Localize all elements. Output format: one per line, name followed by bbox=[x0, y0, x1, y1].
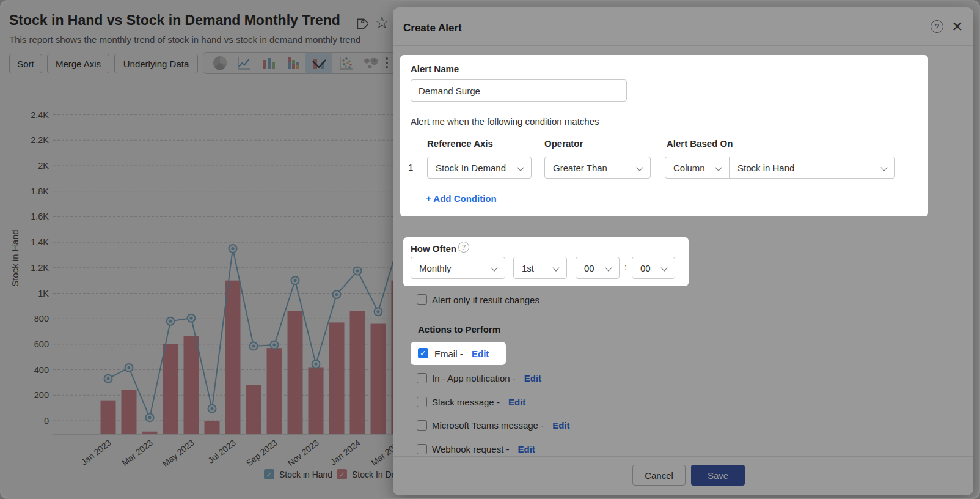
time-separator: : bbox=[624, 262, 627, 272]
chevron-down-icon bbox=[636, 164, 643, 171]
email-label: Email - bbox=[434, 349, 463, 359]
frequency-value: Monthly bbox=[419, 263, 452, 273]
minute-value: 00 bbox=[640, 263, 651, 273]
email-action-row: ✓ Email - Edit bbox=[411, 342, 506, 365]
reference-axis-value: Stock In Demand bbox=[436, 163, 506, 173]
how-often-label: How Often bbox=[411, 243, 456, 254]
frequency-dropdown[interactable]: Monthly bbox=[411, 257, 505, 279]
chevron-down-icon bbox=[715, 164, 722, 171]
how-often-section: How Often ? Monthly 1st 00 : 00 bbox=[403, 237, 689, 286]
minute-dropdown[interactable]: 00 bbox=[632, 257, 675, 279]
based-on-type-dropdown[interactable]: Column bbox=[665, 157, 730, 179]
alert-based-on-label: Alert Based On bbox=[667, 138, 733, 149]
chevron-down-icon bbox=[660, 264, 667, 271]
operator-label: Operator bbox=[544, 138, 583, 149]
condition-intro: Alert me when the following condition ma… bbox=[411, 116, 599, 127]
hour-dropdown[interactable]: 00 bbox=[576, 257, 620, 279]
how-often-help-icon[interactable]: ? bbox=[458, 242, 469, 253]
condition-row-index: 1 bbox=[408, 162, 413, 172]
operator-dropdown[interactable]: Greater Than bbox=[544, 157, 651, 179]
operator-value: Greater Than bbox=[553, 163, 607, 173]
app-window: Stock in Hand vs Stock in Demand Monthly… bbox=[0, 0, 980, 499]
email-checkbox[interactable]: ✓ bbox=[418, 348, 428, 358]
condition-section: Alert Name Alert me when the following c… bbox=[400, 55, 928, 216]
hour-value: 00 bbox=[584, 263, 594, 273]
day-value: 1st bbox=[522, 263, 534, 273]
alert-name-label: Alert Name bbox=[411, 64, 459, 74]
reference-axis-label: Reference Axis bbox=[427, 138, 493, 149]
add-condition-link[interactable]: + Add Condition bbox=[426, 193, 497, 204]
chevron-down-icon bbox=[552, 264, 559, 271]
day-dropdown[interactable]: 1st bbox=[513, 257, 567, 279]
based-on-type-value: Column bbox=[673, 163, 705, 173]
chevron-down-icon bbox=[880, 164, 887, 171]
chevron-down-icon bbox=[605, 264, 612, 271]
reference-axis-dropdown[interactable]: Stock In Demand bbox=[427, 157, 532, 179]
based-on-column-dropdown[interactable]: Stock in Hand bbox=[729, 157, 895, 179]
alert-name-input[interactable] bbox=[411, 79, 627, 102]
chevron-down-icon bbox=[491, 264, 497, 271]
email-edit-link[interactable]: Edit bbox=[472, 349, 489, 359]
chevron-down-icon bbox=[517, 164, 524, 171]
based-on-column-value: Stock in Hand bbox=[737, 163, 794, 173]
